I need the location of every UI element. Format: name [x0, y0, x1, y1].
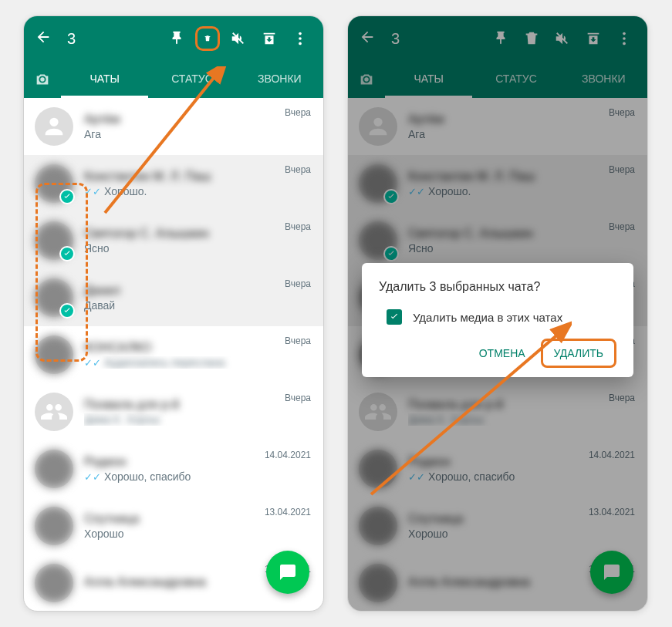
camera-icon[interactable] — [24, 61, 61, 98]
overflow-menu-icon[interactable] — [612, 26, 637, 51]
chat-item[interactable]: Похвала для р-й Дима К. Хорош Вчера — [24, 383, 323, 440]
chat-item[interactable]: Данил Давай Вчера — [24, 269, 323, 326]
chat-item[interactable]: Артём Ага Вчера — [24, 98, 323, 155]
tab-calls[interactable]: ЗВОНКИ — [560, 61, 647, 98]
chat-time: 14.04.2021 — [589, 450, 635, 460]
checkbox-label: Удалить медиа в этих чатах — [413, 311, 562, 324]
svg-point-0 — [299, 32, 302, 35]
mute-icon[interactable] — [226, 26, 251, 51]
svg-point-4 — [623, 32, 626, 35]
chat-message: Хорошо. — [104, 185, 147, 197]
selected-check-icon — [59, 303, 75, 319]
chat-time: Вчера — [285, 107, 311, 118]
chat-message: Ясно — [84, 242, 110, 255]
tab-status[interactable]: СТАТУС — [148, 61, 235, 98]
chat-item[interactable]: Святогор С. АлышкинЯсно Вчера — [348, 212, 647, 269]
chat-item[interactable]: Родион ✓✓Хорошо, спасибо 14.04.2021 — [24, 440, 323, 497]
delete-button[interactable]: УДАЛИТЬ — [541, 339, 616, 368]
chat-name: Святогор С. Алышкин — [408, 227, 637, 241]
selected-count: 3 — [391, 30, 482, 48]
chat-time: 13.04.2021 — [265, 507, 311, 517]
chat-item[interactable]: АртёмАга Вчера — [348, 98, 647, 155]
cancel-button[interactable]: ОТМЕНА — [468, 341, 536, 366]
chat-time: Вчера — [609, 107, 635, 118]
chat-item[interactable]: Спутница Хорошо 13.04.2021 — [24, 497, 323, 555]
selected-check-icon — [59, 246, 75, 261]
chat-item[interactable]: КОНСАЛКО ✓✓Аудиозапись переслана Вчера — [24, 326, 323, 383]
svg-point-5 — [623, 37, 626, 40]
chat-item[interactable]: Родион✓✓Хорошо, спасибо 14.04.2021 — [348, 440, 647, 497]
camera-icon[interactable] — [348, 61, 385, 98]
selected-check-icon — [383, 246, 399, 261]
back-icon[interactable] — [35, 29, 52, 49]
chat-time: 14.04.2021 — [265, 450, 311, 460]
svg-point-2 — [299, 42, 302, 46]
new-chat-fab[interactable] — [590, 551, 633, 594]
archive-icon[interactable] — [581, 26, 606, 51]
chat-name: Святогор С. Алышкин — [84, 227, 312, 241]
chat-message: Давай — [84, 299, 115, 312]
tabs: ЧАТЫ СТАТУС ЗВОНКИ — [24, 61, 323, 98]
chat-item[interactable]: Константин М. Л. Паш ✓✓Хорошо. Вчера — [24, 155, 323, 212]
avatar[interactable] — [35, 221, 73, 260]
chat-name: Константин М. Л. Паш — [408, 170, 637, 184]
svg-point-6 — [623, 42, 626, 46]
phone-right: 3 ЧАТЫ СТАТУС ЗВОНКИ АртёмАга Вчера Конс… — [347, 15, 648, 612]
mute-icon[interactable] — [550, 26, 575, 51]
avatar[interactable] — [35, 278, 73, 317]
chat-item[interactable]: СпутницаХорошо 13.04.2021 — [348, 497, 647, 555]
chat-message: Хорошо, спасибо — [104, 470, 191, 483]
avatar[interactable] — [359, 564, 397, 602]
chat-message: Ага — [408, 128, 425, 140]
avatar[interactable] — [35, 507, 73, 545]
avatar[interactable] — [359, 107, 397, 146]
tab-chats[interactable]: ЧАТЫ — [385, 61, 472, 98]
chat-message: Хорошо — [84, 528, 124, 540]
avatar[interactable] — [359, 450, 397, 488]
avatar[interactable] — [35, 393, 73, 431]
tab-status[interactable]: СТАТУС — [472, 61, 559, 98]
new-chat-fab[interactable] — [266, 551, 309, 594]
chat-time: Вчера — [285, 278, 311, 289]
chat-time: Вчера — [285, 393, 311, 403]
read-ticks-icon: ✓✓ — [84, 357, 101, 369]
read-ticks-icon: ✓✓ — [408, 471, 425, 483]
tabs: ЧАТЫ СТАТУС ЗВОНКИ — [348, 61, 647, 98]
archive-icon[interactable] — [257, 26, 282, 51]
chat-message: Аудиозапись переслана — [104, 356, 225, 369]
read-ticks-icon: ✓✓ — [408, 186, 425, 197]
delete-icon[interactable] — [519, 26, 544, 51]
overflow-menu-icon[interactable] — [288, 26, 312, 51]
chat-name: Данил — [84, 284, 312, 298]
pin-icon[interactable] — [488, 26, 513, 51]
delete-icon[interactable] — [195, 26, 220, 51]
selected-check-icon — [59, 189, 75, 204]
chat-item[interactable]: Константин М. Л. Паш✓✓Хорошо. Вчера — [348, 155, 647, 212]
pin-icon[interactable] — [164, 26, 189, 51]
avatar[interactable] — [35, 450, 73, 488]
chat-time: 13.04.2021 — [589, 507, 635, 517]
avatar[interactable] — [35, 564, 73, 602]
chat-list: Артём Ага Вчера Константин М. Л. Паш ✓✓Х… — [24, 98, 323, 611]
avatar[interactable] — [35, 335, 73, 374]
tab-calls[interactable]: ЗВОНКИ — [236, 61, 323, 98]
chat-message: Хорошо. — [428, 185, 471, 197]
chat-time: Вчера — [285, 335, 311, 346]
chat-name: Артём — [408, 113, 637, 126]
avatar[interactable] — [359, 221, 397, 260]
back-icon[interactable] — [359, 29, 376, 49]
tab-chats[interactable]: ЧАТЫ — [61, 61, 148, 98]
chat-item[interactable]: Святогор С. Алышкин Ясно Вчера — [24, 212, 323, 269]
delete-media-checkbox-row[interactable]: Удалить медиа в этих чатах — [379, 309, 616, 325]
svg-point-1 — [299, 37, 302, 40]
avatar[interactable] — [359, 164, 397, 203]
read-ticks-icon: ✓✓ — [84, 471, 101, 483]
chat-item[interactable]: Похвала для р-йДима К. Хорош Вчера — [348, 383, 647, 440]
avatar[interactable] — [35, 164, 73, 203]
chat-message: Ага — [84, 128, 101, 140]
checkbox-checked-icon[interactable] — [387, 309, 402, 325]
avatar[interactable] — [35, 107, 73, 146]
delete-dialog: Удалить 3 выбранных чата? Удалить медиа … — [362, 263, 633, 377]
avatar[interactable] — [359, 507, 397, 545]
avatar[interactable] — [359, 393, 397, 431]
